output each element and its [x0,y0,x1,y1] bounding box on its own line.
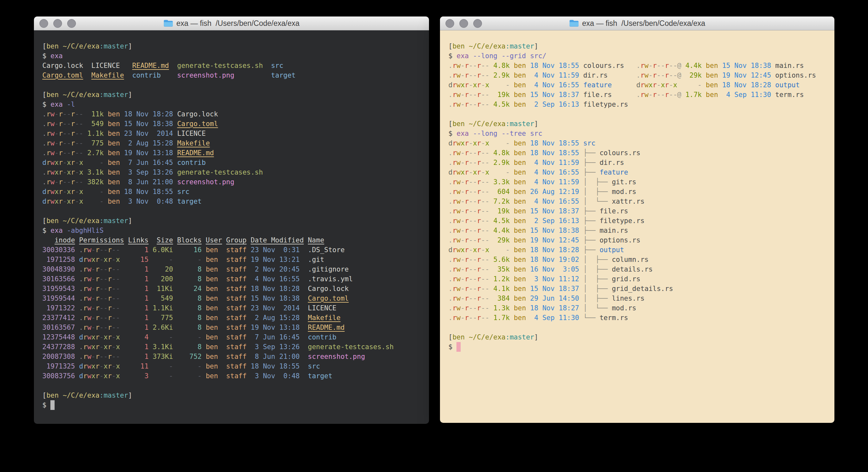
permission-char: - [469,149,473,157]
text-segment: 775 [83,139,104,147]
permission-char: x [661,81,665,89]
permission-char: r [465,275,469,283]
terminal-output-left[interactable]: [ben ~/C/e/exa:master]$ exaCargo.lock LI… [34,30,429,410]
zoom-button[interactable] [67,19,76,28]
permission-char: r [71,139,75,147]
close-button[interactable] [39,19,48,28]
terminal-line: 1971322 .rw-r--r-- 1 1.1Ki 8 ben staff 2… [42,303,421,313]
permission-char: r [71,169,75,176]
permission-char: - [99,295,104,302]
permission-char: - [461,178,465,186]
permission-char: x [67,159,71,167]
permission-char: - [481,207,485,215]
terminal-line: 12375448 drwxr-xr-x 4 - - ben staff 7 Ju… [42,332,421,342]
permission-char: r [477,100,481,108]
text-segment: ben [510,159,526,167]
terminal-output-right[interactable]: [ben ~/C/e/exa:master]$ exa --long --gri… [440,30,834,352]
permission-char: r [453,71,457,79]
text-segment: ben ~/C/e/exa [46,217,99,225]
text-segment: └── [579,314,599,322]
text-segment: 1 [120,353,149,360]
terminal-line: .rw-r--r-- 5.6k ben 18 Nov 19:02 │ ├── c… [448,255,826,264]
terminal-line: 31959543 .rw-r--r-- 1 11Ki 24 ben staff … [42,284,421,294]
permission-char: w [51,169,55,176]
text-segment: 4 Nov 11:59 [526,159,579,167]
terminal-window-right[interactable]: exa — fish /Users/ben/Code/exa/exa [ben … [440,17,834,423]
permission-char: - [461,265,465,273]
permission-char: r [107,362,112,370]
text-segment [771,62,775,69]
permission-char: r [46,159,51,167]
text-segment [75,295,79,302]
close-button[interactable] [445,19,454,28]
permission-char: w [51,130,55,138]
permission-char: - [481,139,485,147]
text-segment [75,324,79,331]
permission-char: r [107,324,112,331]
text-segment: lines.rs [612,295,645,302]
permission-char: - [469,265,473,273]
terminal-line: 24377288 .rwxr-xr-x 1 3.1Ki 8 ben staff … [42,342,421,352]
text-segment: Permissions [79,236,124,244]
terminal-line: $ exa [42,51,421,61]
text-segment: ben staff [202,285,246,293]
permission-char: r [83,265,87,273]
permission-char: - [481,188,485,196]
text-segment: 8 [173,304,202,312]
terminal-line: .rw-r--r-- 382k ben 8 Jun 21:00 screensh… [42,177,421,187]
permission-char: - [669,91,673,98]
permission-char: - [481,246,485,254]
permission-char: r [465,236,469,244]
permission-char: - [55,178,59,186]
text-segment: :master [505,333,534,341]
titlebar-right[interactable]: exa — fish /Users/ben/Code/exa/exa [440,17,834,30]
text-segment: - [83,198,104,205]
terminal-line: [ben ~/C/e/exa:master] [448,332,826,342]
text-segment: Blocks [177,236,202,244]
text-segment [173,149,177,157]
text-segment [304,236,308,244]
text-segment: generate-testcases.sh [177,169,263,176]
permission-char: r [59,159,63,167]
permission-char: - [473,178,477,186]
text-segment: ] [128,391,132,399]
zoom-button[interactable] [473,19,482,28]
text-segment: .git [308,256,324,264]
permission-char: r [465,62,469,69]
permission-char: - [469,188,473,196]
titlebar-left[interactable]: exa — fish /Users/ben/Code/exa/exa [34,17,429,30]
terminal-line [448,109,826,119]
text-segment: ben [510,169,526,176]
minimize-button[interactable] [53,19,62,28]
permission-char: - [91,246,96,254]
minimize-button[interactable] [459,19,468,28]
permission-char: r [465,159,469,167]
permission-char: - [112,343,116,351]
text-segment: 23377412 [42,314,75,322]
permission-char: r [59,110,63,118]
permission-char: d [42,159,46,167]
permission-char: - [461,314,465,322]
permission-char: r [477,169,481,176]
text-segment: 2.9k [489,71,510,79]
terminal-line: .rw-r--r-- 4.8k ben 18 Nov 18:55 ├── col… [448,148,826,158]
terminal-line: 1971258 drwxr-xr-x 15 - - ben staff 19 N… [42,255,421,264]
permission-char: - [461,256,465,264]
text-segment: ben staff [202,304,246,312]
cursor-block [51,400,55,410]
permission-char: - [473,149,477,157]
text-segment: 19 Nov 13:18 [246,324,300,331]
permission-char: - [485,159,489,167]
text-segment: :master [505,42,534,50]
text-segment: │ └── [579,198,612,205]
permission-char: - [473,217,477,225]
text-segment: │ ├── [579,265,612,273]
permission-char: w [457,265,461,273]
text-segment: 15 Nov 18:38 [526,227,579,234]
permission-char: w [51,139,55,147]
permission-char: r [477,304,481,312]
text-segment: ben staff [202,362,246,370]
permission-char: - [481,217,485,225]
permission-char: - [91,295,96,302]
terminal-window-left[interactable]: exa — fish /Users/ben/Code/exa/exa [ben … [34,17,429,424]
